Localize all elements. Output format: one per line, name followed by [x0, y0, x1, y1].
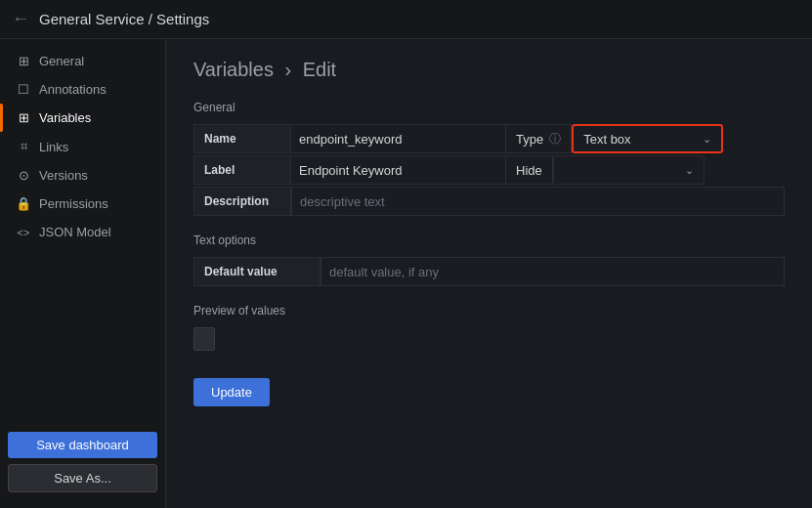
type-label: Type: [516, 132, 543, 147]
sidebar-item-label: Variables: [39, 110, 91, 125]
sidebar-item-json-model[interactable]: <> JSON Model: [0, 218, 165, 246]
sidebar-item-label: JSON Model: [39, 225, 111, 239]
sidebar-item-annotations[interactable]: ☐ Annotations: [0, 75, 165, 104]
label-value-cell: [291, 155, 506, 185]
hide-dropdown-chevron-icon: ⌄: [685, 164, 694, 177]
page-title: Variables › Edit: [193, 59, 785, 81]
description-value-cell[interactable]: [291, 187, 785, 216]
sidebar-item-links[interactable]: ⌗ Links: [0, 132, 165, 161]
sidebar-item-label: Annotations: [39, 82, 107, 97]
type-cell: Type ⓘ: [506, 124, 572, 153]
preview-box: [193, 327, 215, 351]
sidebar-item-general[interactable]: ⊞ General: [0, 47, 165, 75]
text-options-label: Text options: [193, 233, 785, 247]
default-value-row: Default value: [193, 257, 785, 286]
back-icon[interactable]: ←: [12, 9, 29, 29]
general-icon: ⊞: [16, 54, 31, 68]
default-value-cell: [321, 257, 785, 286]
label-hide-row: Label Hide ⌄: [193, 155, 785, 185]
versions-icon: ⊙: [16, 168, 31, 183]
sidebar-footer: Save dashboard Save As...: [0, 424, 165, 500]
label-label: Label: [193, 155, 291, 185]
sidebar-item-label: Links: [39, 140, 68, 154]
sidebar-item-permissions[interactable]: 🔒 Permissions: [0, 190, 165, 218]
type-info-icon[interactable]: ⓘ: [549, 131, 561, 148]
sidebar-item-label: Versions: [39, 168, 88, 183]
sidebar-item-label: Permissions: [39, 196, 108, 211]
top-bar: ← General Service / Settings: [0, 0, 812, 39]
description-label: Description: [193, 187, 291, 216]
name-value-cell: [291, 124, 506, 153]
hide-cell: Hide: [506, 155, 553, 185]
name-type-row: Name Type ⓘ Text box ⌄: [193, 124, 785, 153]
general-section-label: General: [193, 101, 785, 114]
update-button[interactable]: Update: [193, 378, 270, 406]
save-dashboard-button[interactable]: Save dashboard: [8, 432, 157, 458]
variables-icon: ⊞: [16, 110, 31, 125]
sidebar-item-label: General: [39, 54, 84, 68]
save-as-button[interactable]: Save As...: [8, 464, 157, 492]
name-input[interactable]: [291, 126, 505, 152]
permissions-icon: 🔒: [16, 196, 31, 211]
annotations-icon: ☐: [16, 82, 31, 97]
type-dropdown-chevron-icon: ⌄: [703, 133, 711, 146]
default-value-input[interactable]: [321, 259, 784, 285]
preview-label: Preview of values: [193, 304, 785, 318]
general-section: General Name Type ⓘ Text box ⌄ Label: [193, 101, 785, 216]
hide-dropdown[interactable]: ⌄: [553, 155, 705, 185]
type-dropdown[interactable]: Text box ⌄: [572, 124, 723, 153]
main-content: Variables › Edit General Name Type ⓘ Tex…: [166, 39, 812, 508]
preview-section: Preview of values: [193, 304, 785, 351]
json-icon: <>: [16, 227, 31, 238]
text-options-section: Text options Default value: [193, 233, 785, 286]
name-label: Name: [193, 124, 291, 153]
label-input[interactable]: [291, 157, 505, 184]
links-icon: ⌗: [16, 139, 31, 154]
description-input[interactable]: [292, 189, 784, 215]
sidebar-item-variables[interactable]: ⊞ Variables: [0, 104, 165, 132]
type-dropdown-value: Text box: [583, 132, 630, 147]
sidebar-item-versions[interactable]: ⊙ Versions: [0, 161, 165, 190]
default-value-label: Default value: [193, 257, 321, 286]
title-separator: ›: [284, 59, 291, 80]
sidebar: ⊞ General ☐ Annotations ⊞ Variables ⌗ Li…: [0, 39, 166, 508]
hide-label: Hide: [516, 163, 542, 178]
top-bar-title: General Service / Settings: [39, 11, 209, 27]
description-row: Description: [193, 187, 785, 216]
